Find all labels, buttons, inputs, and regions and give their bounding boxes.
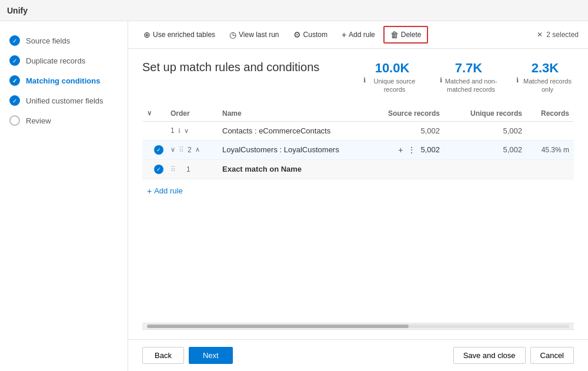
header-order[interactable]: Order [171, 109, 218, 118]
top-bar: Unify [0, 0, 588, 21]
trash-icon: 🗑 [390, 30, 399, 39]
stat-unique-source: 10.0K ℹ Unique source records [363, 61, 421, 94]
plus-icon-toolbar: + [342, 30, 346, 39]
drag-icon-row2[interactable]: ⠿ [179, 146, 184, 154]
check-icon-unified: ✓ [9, 95, 20, 106]
info-icon-1: ℹ [363, 76, 366, 84]
header-section: Set up match rules and conditions 10.0K … [142, 61, 574, 94]
selected-count: ✕ 2 selected [537, 31, 579, 39]
sidebar-item-unified-customer-fields[interactable]: ✓ Unified customer fields [0, 91, 128, 111]
back-button[interactable]: Back [142, 347, 184, 364]
add-rule-button[interactable]: + Add rule [147, 184, 183, 198]
delete-label: Delete [401, 31, 422, 39]
row-2-unique-val: 5,002 [503, 145, 522, 154]
custom-button[interactable]: ⚙ Custom [288, 27, 333, 42]
header-order-label: Order [171, 109, 190, 118]
row-2-name: LoyalCustomers : LoyalCustomers [218, 145, 346, 154]
header-source-records: Source records [346, 109, 440, 118]
row-1-name-text: Contacts : eCommerceContacts [222, 126, 330, 135]
row-1-unique-records: 5,002 [440, 126, 522, 135]
row-1-order: 1 ℹ ∨ [171, 126, 218, 135]
row-3-name-text: Exact match on Name [222, 165, 302, 173]
row-2-check[interactable]: ✓ [147, 145, 171, 155]
row-2-order-num: 2 [188, 146, 192, 154]
header-unique-records: Unique records [440, 109, 522, 118]
table-header: ∨ Order Name Source records Unique recor… [142, 106, 574, 122]
sidebar-label-review: Review [26, 116, 51, 125]
check-circle-row3: ✓ [154, 165, 163, 174]
row-2-name-text: LoyalCustomers : LoyalCustomers [222, 145, 339, 154]
chevron-down-icon-row2[interactable]: ∨ [171, 146, 175, 153]
info-icon-3: ℹ [516, 76, 519, 84]
row-3-check[interactable]: ✓ [147, 165, 171, 174]
page-title: Set up match rules and conditions [142, 61, 319, 74]
sidebar-item-duplicate-records[interactable]: ✓ Duplicate records [0, 51, 128, 71]
use-enriched-label: Use enriched tables [153, 31, 215, 39]
header-source-records-label: Source records [388, 109, 440, 118]
stat-matched-non-matched-label: Matched and non-matched records [445, 77, 497, 94]
sidebar-item-matching-conditions[interactable]: ✓ Matching conditions [0, 71, 128, 91]
footer: Back Next Save and close Cancel [128, 339, 588, 371]
header-unique-records-label: Unique records [470, 109, 522, 118]
stat-unique-source-value: 10.0K [363, 61, 421, 76]
horizontal-scrollbar[interactable] [142, 323, 574, 330]
chevron-down-icon-row1[interactable]: ∨ [184, 127, 189, 135]
stat-matched-non-matched-info: ℹ Matched and non-matched records [440, 76, 497, 94]
row-2-records-val: 45.3% m [542, 146, 569, 154]
clock-icon: ◷ [229, 30, 236, 39]
add-rule-toolbar-button[interactable]: + Add rule [336, 27, 381, 42]
close-icon-selected[interactable]: ✕ [537, 31, 543, 39]
check-icon-matching: ✓ [9, 75, 20, 86]
view-last-run-button[interactable]: ◷ View last run [223, 27, 285, 42]
selected-count-label: 2 selected [546, 31, 579, 39]
stats-section: 10.0K ℹ Unique source records 7.7K ℹ Mat… [363, 61, 574, 94]
delete-button[interactable]: 🗑 Delete [383, 26, 429, 44]
app-title: Unify [7, 6, 28, 15]
row-2-records: 45.3% m [522, 146, 569, 154]
stat-matched-only: 2.3K ℹ Matched records only [516, 61, 574, 94]
custom-icon: ⚙ [293, 30, 301, 39]
drag-icon-row3[interactable]: ⠿ [171, 165, 176, 173]
scrollbar-track [147, 325, 569, 328]
table-container: ∨ Order Name Source records Unique recor… [142, 106, 574, 323]
header-name-label: Name [222, 109, 242, 118]
info-icon-row1: ℹ [178, 127, 181, 135]
header-records: Records [522, 109, 569, 118]
stat-matched-only-label: Matched records only [521, 77, 574, 94]
sidebar-item-source-fields[interactable]: ✓ Source fields [0, 31, 128, 51]
chevron-up-icon-row2[interactable]: ∧ [195, 146, 200, 153]
sidebar-label-matching-conditions: Matching conditions [26, 76, 100, 85]
check-icon-duplicate: ✓ [9, 55, 20, 66]
row-3-order: ⠿ 1 [171, 165, 218, 173]
save-and-close-button[interactable]: Save and close [453, 347, 526, 364]
cancel-button[interactable]: Cancel [530, 347, 574, 364]
check-circle-row2: ✓ [154, 145, 163, 155]
header-name: Name [218, 109, 346, 118]
stat-matched-only-info: ℹ Matched records only [516, 76, 574, 94]
plus-icon-row2[interactable]: + [398, 145, 403, 155]
use-enriched-tables-button[interactable]: ⊕ Use enriched tables [138, 27, 221, 42]
check-icon-source: ✓ [9, 35, 20, 46]
row-1-source-records: 5,002 [346, 126, 440, 135]
row-1-name: Contacts : eCommerceContacts [218, 126, 346, 135]
enriched-icon: ⊕ [143, 30, 151, 39]
add-rule-toolbar-label: Add rule [349, 31, 375, 39]
row-2-source-val: 5,002 [420, 145, 440, 154]
row-2-actions: + ⋮ 5,002 [346, 145, 440, 155]
row-1-order-num: 1 [171, 126, 175, 135]
row-2-unique-records: 5,002 [440, 145, 522, 154]
more-icon-row2[interactable]: ⋮ [407, 145, 416, 155]
sidebar-item-review[interactable]: Review [0, 111, 128, 131]
next-button[interactable]: Next [189, 347, 233, 364]
circle-icon-review [9, 115, 20, 126]
info-icon-2: ℹ [440, 76, 442, 84]
scrollbar-thumb[interactable] [147, 325, 409, 328]
add-rule-label: Add rule [154, 186, 182, 195]
sidebar-label-duplicate-records: Duplicate records [26, 56, 85, 65]
custom-label: Custom [303, 31, 328, 39]
view-last-run-label: View last run [239, 31, 279, 39]
stat-unique-source-info: ℹ Unique source records [363, 76, 421, 94]
header-records-label: Records [541, 109, 569, 118]
row-3-order-num: 1 [186, 165, 191, 173]
page-content: Set up match rules and conditions 10.0K … [128, 49, 588, 339]
